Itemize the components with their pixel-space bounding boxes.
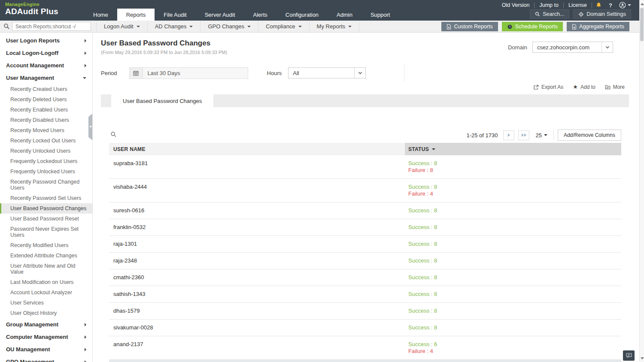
- sidebar-collapse-handle[interactable]: [88, 114, 92, 140]
- reports-search-input[interactable]: [12, 22, 91, 31]
- table-row[interactable]: raja-2348 Success : 8: [109, 253, 621, 269]
- page-title: User Based Password Changes: [101, 39, 210, 48]
- domain-select[interactable]: csez.zohocorpin.com: [532, 42, 613, 53]
- chevron-right-icon: [85, 360, 86, 362]
- success-count: Success : 8: [408, 308, 618, 314]
- nav-support[interactable]: Support: [361, 9, 399, 21]
- schedule-reports-button[interactable]: Schedule Reports: [502, 22, 563, 31]
- nav-file-audit[interactable]: File Audit: [155, 9, 195, 21]
- table-row[interactable]: cmathi-2360 Success : 8: [109, 269, 621, 286]
- sidebar-group-user-management[interactable]: User Management: [0, 72, 92, 84]
- sidebar-item-recently-created-users[interactable]: Recently Created Users: [0, 84, 92, 94]
- sidebar-item-recently-deleted-users[interactable]: Recently Deleted Users: [0, 94, 92, 105]
- sidebar-item-extended-attribute-changes[interactable]: Extended Attribute Changes: [0, 250, 92, 261]
- product-name: ADAudit Plus: [5, 7, 58, 16]
- sidebar-item-frequently-unlocked-users[interactable]: Frequently Unlocked Users: [0, 166, 92, 177]
- sidebar-group-group-management[interactable]: Group Management: [0, 318, 92, 331]
- nav-server-audit[interactable]: Server Audit: [196, 9, 244, 21]
- scroll-up-arrow[interactable]: [640, 1, 644, 7]
- nav-reports[interactable]: Reports: [117, 9, 155, 21]
- help-icon[interactable]: ?: [605, 2, 616, 9]
- old-version-link[interactable]: Old Version: [497, 3, 535, 8]
- vertical-scrollbar[interactable]: [639, 0, 644, 362]
- domain-label: Domain: [508, 44, 527, 51]
- add-remove-columns-button[interactable]: Add/Remove Columns: [558, 130, 621, 141]
- caret-down-icon: [544, 134, 547, 136]
- sidebar-group-user-logon-reports[interactable]: User Logon Reports: [0, 34, 92, 47]
- report-page-icon: [572, 24, 577, 30]
- next-page-button[interactable]: [503, 130, 514, 140]
- nav-admin[interactable]: Admin: [328, 9, 361, 21]
- sidebar-item-frequently-lockedout-users[interactable]: Frequently Lockedout Users: [0, 156, 92, 166]
- nav-home[interactable]: Home: [84, 9, 117, 21]
- menu-logon-audit[interactable]: Logon Audit: [96, 21, 148, 32]
- status-cell: Success : 8: [405, 236, 621, 252]
- table-row[interactable]: supraba-3181 Success : 8 Failure : 8: [109, 155, 621, 179]
- menu-ad-changes[interactable]: AD Changes: [148, 21, 201, 32]
- sidebar-item-user-attribute-new-and-old-value[interactable]: User Attribute New and Old Value: [0, 261, 92, 277]
- sidebar-item-user-based-password-reset[interactable]: User Based Password Reset: [0, 214, 92, 224]
- export-as-button[interactable]: Export As: [533, 84, 563, 90]
- sidebar-item-user-based-password-changes[interactable]: User Based Password Changes: [0, 203, 92, 214]
- sidebar-item-user-services[interactable]: User Services: [0, 298, 92, 308]
- table-row[interactable]: sivakumar-0028 Success : 8: [109, 320, 621, 336]
- scroll-down-arrow[interactable]: [640, 355, 644, 361]
- sidebar-item-recently-disabled-users[interactable]: Recently Disabled Users: [0, 115, 92, 125]
- jump-to-link[interactable]: Jump to: [535, 3, 563, 8]
- table-row[interactable]: franklin-0532 Success : 8: [109, 219, 621, 236]
- period-field[interactable]: Last 30 Days: [129, 67, 248, 79]
- sidebar-group-gpo-management[interactable]: GPO Management: [0, 356, 92, 362]
- sidebar-item-recently-enabled-users[interactable]: Recently Enabled Users: [0, 105, 92, 115]
- chevron-down-icon[interactable]: [354, 68, 365, 78]
- table-row[interactable]: vishaba-2444 Success : 8 Failure : 4: [109, 179, 621, 202]
- add-to-button[interactable]: ★ Add to: [573, 84, 595, 90]
- table-search-icon[interactable]: [110, 131, 117, 139]
- table-row[interactable]: dhas-1579 Success : 8: [109, 303, 621, 320]
- sidebar-group-computer-management[interactable]: Computer Management: [0, 331, 92, 343]
- notification-bell-icon[interactable]: [592, 2, 605, 9]
- table-row[interactable]: anand-2137 Success : 6 Failure : 4: [109, 336, 621, 360]
- scrollbar-thumb[interactable]: [640, 8, 644, 41]
- chevron-right-icon: [85, 39, 86, 42]
- sidebar-item-password-never-expires-set-users[interactable]: Password Never Expires Set Users: [0, 224, 92, 240]
- sidebar-item-account-lockout-analyzer[interactable]: Account Lockout Analyzer: [0, 287, 92, 298]
- sidebar-group-account-management[interactable]: Account Management: [0, 59, 92, 72]
- sidebar-item-recently-locked-out-users[interactable]: Recently Locked Out Users: [0, 136, 92, 146]
- aggregate-reports-button[interactable]: Aggregate Reports: [567, 22, 629, 31]
- hours-select[interactable]: All: [288, 67, 366, 78]
- sidebar-item-recently-password-changed-users[interactable]: Recently Password Changed Users: [0, 177, 92, 193]
- sidebar-item-user-object-history[interactable]: User Object History: [0, 308, 92, 318]
- last-page-button[interactable]: [518, 130, 529, 140]
- table-row[interactable]: raja-1301 Success : 8: [109, 236, 621, 253]
- success-count: Success : 8: [408, 274, 618, 281]
- table-row[interactable]: sathish-1343 Success : 8: [109, 286, 621, 303]
- sidebar-item-recently-moved-users[interactable]: Recently Moved Users: [0, 125, 92, 136]
- page-size-select[interactable]: 25: [535, 132, 547, 139]
- sidebar-item-recently-modified-users[interactable]: Recently Modified Users: [0, 240, 92, 250]
- sidebar-group-ou-management[interactable]: OU Management: [0, 343, 92, 356]
- global-search-button[interactable]: Search...: [530, 9, 569, 19]
- sidebar-item-last-modification-on-users[interactable]: Last Modification on Users: [0, 277, 92, 287]
- tab-user-based-password-changes[interactable]: User Based Password Changes: [111, 94, 213, 107]
- column-header-user-name[interactable]: USER NAME: [109, 143, 405, 155]
- tab-strip: User Based Password Changes: [101, 94, 629, 107]
- calendar-icon[interactable]: [130, 68, 143, 78]
- custom-reports-button[interactable]: Custom Reports: [441, 22, 498, 31]
- table-row[interactable]: suresh-0616 Success : 8: [109, 202, 621, 219]
- clock-icon: [507, 24, 513, 30]
- nav-alerts[interactable]: Alerts: [244, 9, 276, 21]
- license-link[interactable]: License: [564, 3, 592, 8]
- feedback-chat-button[interactable]: [623, 350, 635, 361]
- menu-compliance[interactable]: Compliance: [258, 21, 310, 32]
- sidebar-item-recently-password-set-users[interactable]: Recently Password Set Users: [0, 193, 92, 203]
- sidebar-group-local-logon-logoff[interactable]: Local Logon-Logoff: [0, 47, 92, 59]
- nav-configuration[interactable]: Configuration: [276, 9, 328, 21]
- sidebar-item-recently-unlocked-users[interactable]: Recently Unlocked Users: [0, 146, 92, 156]
- menu-gpo-changes[interactable]: GPO Changes: [200, 21, 258, 32]
- column-header-status[interactable]: STATUS: [405, 143, 621, 155]
- chevron-down-icon[interactable]: [601, 42, 613, 52]
- menu-my-reports[interactable]: My Reports: [310, 21, 359, 32]
- user-account-icon[interactable]: [616, 2, 635, 9]
- domain-settings-button[interactable]: Domain Settings: [573, 9, 631, 19]
- more-button[interactable]: More: [605, 84, 625, 90]
